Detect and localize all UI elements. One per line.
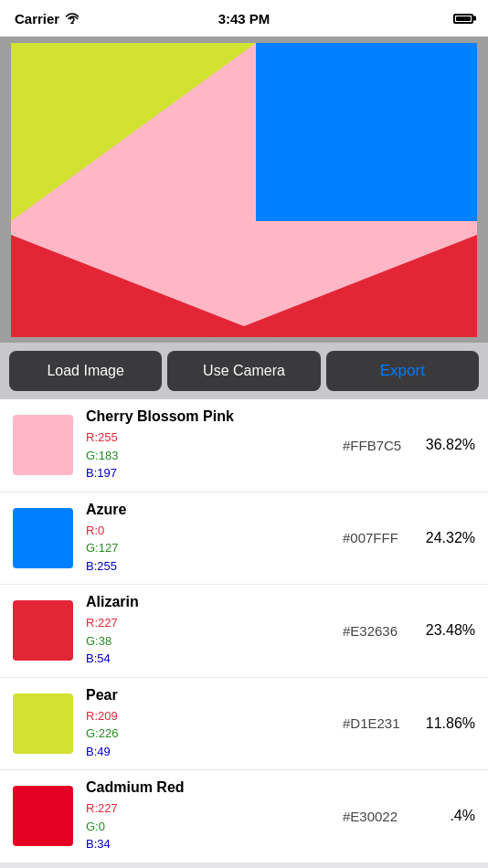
color-name: Cherry Blossom Pink [86, 408, 334, 425]
r-value: R:255 [86, 430, 118, 444]
color-list: Cherry Blossom PinkR:255G:183B:197#FFB7C… [0, 399, 488, 863]
carrier-label: Carrier [15, 11, 59, 26]
color-list-item: Cadmium RedR:227G:0B:34#E30022.4% [0, 770, 488, 863]
svg-rect-2 [256, 43, 477, 221]
wifi-icon [65, 11, 80, 26]
color-percent: 11.86% [416, 715, 475, 732]
color-hex: #007FFF [343, 530, 416, 545]
image-preview [0, 37, 488, 343]
r-value: R:209 [86, 709, 118, 723]
status-left: Carrier [15, 11, 80, 26]
color-rgb: R:0G:127B:255 [86, 522, 334, 576]
color-name: Pear [86, 687, 334, 704]
b-value: B:49 [86, 745, 111, 758]
status-right [453, 14, 473, 24]
color-info: AlizarinR:227G:38B:54 [86, 594, 334, 668]
color-swatch [13, 508, 73, 568]
color-percent: 36.82% [416, 437, 475, 453]
color-swatch [13, 415, 73, 475]
battery-icon [453, 14, 473, 24]
export-button[interactable]: Export [326, 351, 479, 391]
r-value: R:227 [86, 801, 118, 815]
color-list-item: AzureR:0G:127B:255#007FFF24.32% [0, 492, 488, 586]
color-info: Cadmium RedR:227G:0B:34 [86, 779, 334, 853]
color-name: Azure [86, 502, 334, 518]
color-percent: 24.32% [416, 530, 475, 546]
color-percent: .4% [416, 808, 475, 824]
color-list-item: AlizarinR:227G:38B:54#E3263623.48% [0, 585, 488, 678]
color-swatch [13, 693, 73, 754]
r-value: R:227 [86, 616, 118, 630]
color-info: AzureR:0G:127B:255 [86, 502, 334, 576]
load-image-button[interactable]: Load Image [9, 351, 162, 391]
toolbar: Load Image Use Camera Export [0, 343, 488, 399]
color-swatch [13, 786, 73, 846]
color-hex: #FFB7C5 [343, 438, 416, 453]
r-value: R:0 [86, 524, 104, 537]
b-value: B:34 [86, 837, 111, 851]
color-rgb: R:227G:38B:54 [86, 614, 334, 668]
color-info: PearR:209G:226B:49 [86, 687, 334, 761]
color-hex: #E30022 [343, 809, 416, 824]
color-rgb: R:209G:226B:49 [86, 707, 334, 761]
color-list-item: PearR:209G:226B:49#D1E23111.86% [0, 678, 488, 771]
color-rgb: R:255G:183B:197 [86, 429, 334, 482]
g-value: G:38 [86, 634, 111, 648]
g-value: G:127 [86, 541, 118, 555]
g-value: G:0 [86, 820, 105, 833]
use-camera-button[interactable]: Use Camera [167, 351, 320, 391]
status-time: 3:43 PM [218, 11, 271, 26]
image-canvas [11, 43, 477, 337]
b-value: B:54 [86, 651, 111, 665]
color-hex: #E32636 [343, 623, 416, 639]
color-rgb: R:227G:0B:34 [86, 799, 334, 853]
g-value: G:183 [86, 449, 118, 462]
color-info: Cherry Blossom PinkR:255G:183B:197 [86, 408, 334, 482]
color-name: Alizarin [86, 594, 334, 610]
b-value: B:197 [86, 466, 117, 480]
color-list-item: Cherry Blossom PinkR:255G:183B:197#FFB7C… [0, 399, 488, 492]
color-hex: #D1E231 [343, 715, 416, 731]
g-value: G:226 [86, 726, 118, 740]
color-percent: 23.48% [416, 622, 475, 639]
b-value: B:255 [86, 559, 117, 573]
color-swatch [13, 600, 73, 661]
color-name: Cadmium Red [86, 779, 334, 796]
status-bar: Carrier 3:43 PM [0, 0, 488, 37]
image-svg [11, 43, 477, 337]
